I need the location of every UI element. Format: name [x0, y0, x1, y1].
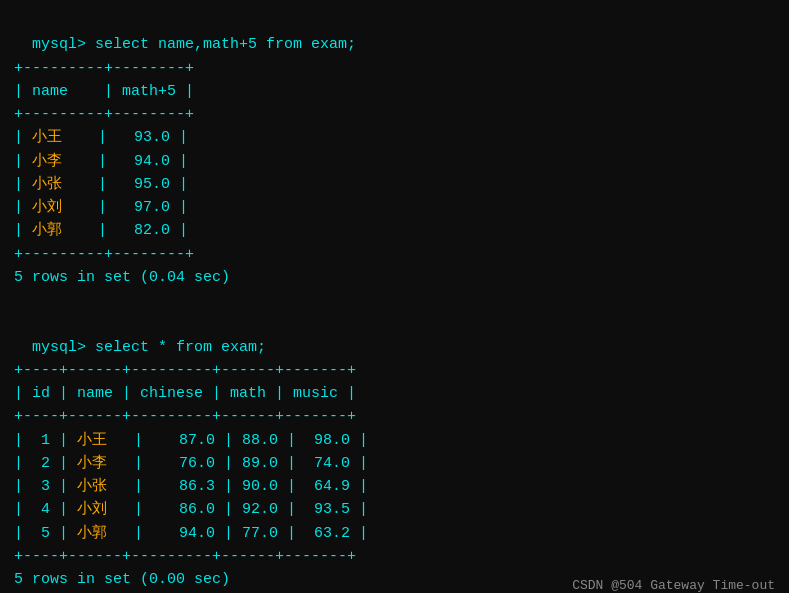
prompt2: mysql>: [32, 339, 86, 356]
table1-divider-mid: +---------+--------+: [14, 103, 775, 126]
table1-rows: | 小王 | 93.0 | | 小李 | 94.0 | | 小张 | 95.0 …: [14, 126, 775, 242]
table2-divider-mid: +----+------+---------+------+-------+: [14, 405, 775, 428]
table-row: | 小张 | 95.0 |: [14, 173, 775, 196]
table-row: | 3 | 小张 | 86.3 | 90.0 | 64.9 |: [14, 475, 775, 498]
table1-header: | name | math+5 |: [14, 80, 775, 103]
table2-divider-bot: +----+------+---------+------+-------+: [14, 545, 775, 568]
cmd1: [86, 36, 95, 53]
cmd2-text: select * from exam;: [95, 339, 266, 356]
table1-divider-bot: +---------+--------+: [14, 243, 775, 266]
table-row: | 4 | 小刘 | 86.0 | 92.0 | 93.5 |: [14, 498, 775, 521]
table2-header: | id | name | chinese | math | music |: [14, 382, 775, 405]
blank1: [14, 289, 775, 312]
table-row: | 小王 | 93.0 |: [14, 126, 775, 149]
table-row: | 小刘 | 97.0 |: [14, 196, 775, 219]
watermark: CSDN @504 Gateway Time-out: [572, 578, 775, 593]
prompt1: mysql>: [32, 36, 86, 53]
table-row: | 5 | 小郭 | 94.0 | 77.0 | 63.2 |: [14, 522, 775, 545]
table2-rows: | 1 | 小王 | 87.0 | 88.0 | 98.0 | | 2 | 小李…: [14, 429, 775, 545]
table-row: | 小郭 | 82.0 |: [14, 219, 775, 242]
table2-divider-top: +----+------+---------+------+-------+: [14, 359, 775, 382]
table1-divider-top: +---------+--------+: [14, 57, 775, 80]
table-row: | 小李 | 94.0 |: [14, 150, 775, 173]
result1: 5 rows in set (0.04 sec): [14, 266, 775, 289]
table-row: | 2 | 小李 | 76.0 | 89.0 | 74.0 |: [14, 452, 775, 475]
cmd1-text: select name,math+5 from exam;: [95, 36, 356, 53]
table-row: | 1 | 小王 | 87.0 | 88.0 | 98.0 |: [14, 429, 775, 452]
query1-line: mysql> select name,math+5 from exam;: [14, 10, 775, 57]
query2-line: mysql> select * from exam;: [14, 312, 775, 359]
